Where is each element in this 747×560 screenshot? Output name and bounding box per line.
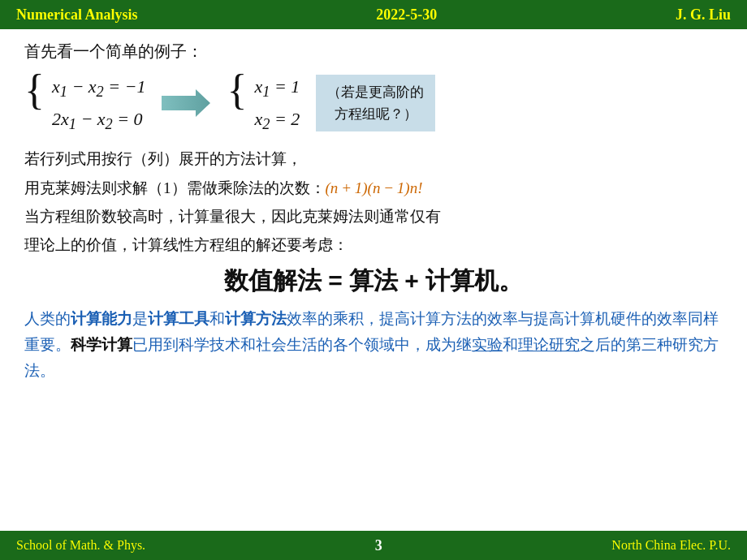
eq1-line1: x1 − x2 = −1 (37, 72, 145, 105)
svg-marker-0 (162, 89, 210, 117)
para-4: 理论上的价值，计算线性方程组的解还要考虑： (24, 232, 723, 257)
intro-text: 首先看一个简单的例子： (24, 41, 723, 62)
footer-school: School of Math. & Phys. (16, 538, 145, 553)
keyword-sci-compute: 科学计算 (71, 336, 132, 353)
formula-inline: (n + 1)(n − 1)n! (326, 179, 423, 196)
keyword-compute-method: 计算方法 (225, 310, 287, 327)
keyword-compute-tool: 计算工具 (148, 310, 209, 327)
para-2: 用克莱姆法则求解（1）需做乘除法的次数：(n + 1)(n − 1)n! (24, 175, 723, 200)
footer: School of Math. & Phys. 3 North China El… (0, 531, 747, 560)
eq2-line2: x2 = 2 (240, 105, 300, 137)
main-content: 首先看一个简单的例子： { x1 − x2 = −1 2x1 − x2 = 0 (0, 29, 747, 531)
eq1-line2: 2x1 − x2 = 0 (37, 105, 145, 137)
equation-system-1: { x1 − x2 = −1 2x1 − x2 = 0 (24, 69, 145, 136)
header: Numerical Analysis 2022-5-30 J. G. Liu (0, 0, 747, 29)
header-date: 2022-5-30 (376, 6, 437, 24)
big-formula: 数值解法 = 算法 + 计算机。 (24, 265, 723, 298)
keyword-experiment: 实验 (472, 336, 503, 353)
para-1: 若行列式用按行（列）展开的方法计算， (24, 146, 723, 171)
left-brace-2: { (227, 69, 247, 111)
bottom-paragraph: 人类的计算能力是计算工具和计算方法效率的乘积，提高计算方法的效率与提高计算机硬件… (24, 306, 723, 385)
keyword-theory: 理论研究 (518, 336, 580, 353)
keyword-compute-ability: 计算能力 (71, 310, 132, 327)
footer-university: North China Elec. P.U. (611, 538, 731, 553)
right-arrow-icon (162, 89, 210, 117)
arrow-container (162, 89, 210, 117)
equation-block: { x1 − x2 = −1 2x1 − x2 = 0 { (24, 69, 723, 136)
eq2-line1: x1 = 1 (240, 72, 300, 105)
note-box: （若是更高阶的方程组呢？） (316, 75, 435, 131)
footer-page: 3 (375, 537, 382, 554)
header-author: J. G. Liu (676, 6, 731, 24)
header-title: Numerical Analysis (16, 6, 138, 24)
para-3: 当方程组阶数较高时，计算量很大，因此克莱姆法则通常仅有 (24, 204, 723, 229)
equation-system-2: { x1 = 1 x2 = 2 (227, 69, 300, 136)
left-brace-1: { (24, 69, 45, 111)
